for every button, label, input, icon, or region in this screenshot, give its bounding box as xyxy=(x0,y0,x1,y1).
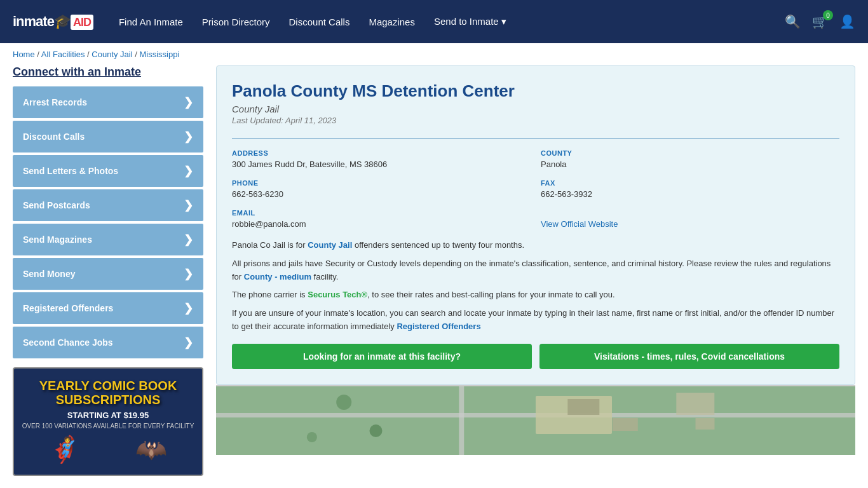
sidebar-label-send-money: Send Money xyxy=(23,269,75,279)
desc-paragraph-1: Panola Co Jail is for County Jail offend… xyxy=(232,239,839,252)
logo[interactable]: inmate🎓AID xyxy=(13,13,93,30)
user-icon[interactable]: 👤 xyxy=(839,14,855,29)
arrow-icon-second-chance-jobs: ❯ xyxy=(184,336,193,349)
email-block: EMAIL robbie@panola.com xyxy=(232,209,531,229)
facility-type: County Jail xyxy=(232,104,839,114)
facility-info-grid: ADDRESS 300 James Rudd Dr, Batesville, M… xyxy=(232,138,839,229)
map-svg xyxy=(216,386,855,455)
nav-prison-directory[interactable]: Prison Directory xyxy=(202,17,270,27)
phone-block: PHONE 662-563-6230 xyxy=(232,179,531,199)
county-medium-link[interactable]: County - medium xyxy=(244,272,311,281)
breadcrumb: Home / All Facilities / County Jail / Mi… xyxy=(0,43,868,65)
sidebar-item-send-magazines[interactable]: Send Magazines ❯ xyxy=(13,224,203,255)
email-label: EMAIL xyxy=(232,209,531,217)
breadcrumb-mississippi[interactable]: Mississippi xyxy=(139,50,179,59)
superman-icon: 🦸 xyxy=(49,435,81,464)
ad-price: STARTING AT $19.95 xyxy=(22,410,194,420)
svg-rect-5 xyxy=(567,399,599,415)
address-value: 300 James Rudd Dr, Batesville, MS 38606 xyxy=(232,159,531,169)
phone-label: PHONE xyxy=(232,179,531,187)
fax-label: FAX xyxy=(541,179,839,187)
sidebar-item-send-postcards[interactable]: Send Postcards ❯ xyxy=(13,189,203,221)
county-jail-link1[interactable]: County Jail xyxy=(308,240,352,250)
email-value: robbie@panola.com xyxy=(232,219,531,229)
arrow-icon-send-letters: ❯ xyxy=(184,164,193,178)
sidebar-item-second-chance-jobs[interactable]: Second Chance Jobs ❯ xyxy=(13,327,203,358)
fax-value: 662-563-3932 xyxy=(541,189,839,199)
breadcrumb-all-facilities[interactable]: All Facilities xyxy=(41,50,85,59)
visitations-button[interactable]: Visitations - times, rules, Covid cancel… xyxy=(539,344,839,369)
cart-icon[interactable]: 🛒 0 xyxy=(812,14,828,29)
sidebar-label-arrest-records: Arrest Records xyxy=(23,97,87,107)
svg-rect-6 xyxy=(613,418,638,431)
breadcrumb-county-jail[interactable]: County Jail xyxy=(92,50,132,59)
nav-magazines[interactable]: Magazines xyxy=(369,17,415,27)
desc-paragraph-3: The phone carrier is Securus Tech®, to s… xyxy=(232,288,839,302)
facility-updated: Last Updated: April 11, 2023 xyxy=(232,116,839,125)
arrow-icon-send-magazines: ❯ xyxy=(184,233,193,247)
svg-point-11 xyxy=(307,432,317,442)
arrow-icon-discount-calls: ❯ xyxy=(184,130,193,144)
sidebar-menu: Arrest Records ❯ Discount Calls ❯ Send L… xyxy=(13,86,203,358)
facility-card: Panola County MS Detention Center County… xyxy=(216,65,855,385)
facility-desc: Panola Co Jail is for County Jail offend… xyxy=(232,239,839,334)
nav-send-to-inmate[interactable]: Send to Inmate ▾ xyxy=(434,16,506,27)
facility-name: Panola County MS Detention Center xyxy=(232,81,839,101)
sidebar-item-send-money[interactable]: Send Money ❯ xyxy=(13,258,203,290)
address-block: ADDRESS 300 James Rudd Dr, Batesville, M… xyxy=(232,149,531,169)
batman-icon: 🦇 xyxy=(135,435,167,464)
securus-link[interactable]: Securus Tech® xyxy=(308,290,367,299)
sidebar: Connect with an Inmate Arrest Records ❯ … xyxy=(13,65,203,476)
find-inmate-button[interactable]: Looking for an inmate at this facility? xyxy=(232,344,532,369)
phone-value: 662-563-6230 xyxy=(232,189,531,199)
county-label: COUNTY xyxy=(541,149,839,157)
main-nav: Find An Inmate Prison Directory Discount… xyxy=(119,16,766,27)
sidebar-ad[interactable]: YEARLY COMIC BOOKSUBSCRIPTIONS STARTING … xyxy=(13,367,203,476)
logo-aid: AID xyxy=(71,15,93,30)
county-value: Panola xyxy=(541,159,839,169)
sidebar-item-arrest-records[interactable]: Arrest Records ❯ xyxy=(13,86,203,118)
sidebar-label-second-chance-jobs: Second Chance Jobs xyxy=(23,337,113,348)
breadcrumb-home[interactable]: Home xyxy=(13,50,35,59)
sidebar-title: Connect with an Inmate xyxy=(13,65,203,79)
sidebar-label-send-letters: Send Letters & Photos xyxy=(23,166,118,176)
desc-paragraph-2: All prisons and jails have Security or C… xyxy=(232,257,839,284)
nav-discount-calls[interactable]: Discount Calls xyxy=(289,17,350,27)
nav-find-inmate[interactable]: Find An Inmate xyxy=(119,17,183,27)
sidebar-item-send-letters[interactable]: Send Letters & Photos ❯ xyxy=(13,155,203,187)
ad-note: OVER 100 VARIATIONS AVAILABLE FOR EVERY … xyxy=(22,423,194,430)
website-block: View Official Website xyxy=(541,209,839,229)
arrow-icon-send-money: ❯ xyxy=(184,267,193,281)
sidebar-label-send-postcards: Send Postcards xyxy=(23,200,90,210)
sidebar-label-registered-offenders: Registered Offenders xyxy=(23,303,113,313)
desc-paragraph-4: If you are unsure of your inmate's locat… xyxy=(232,307,839,334)
address-label: ADDRESS xyxy=(232,149,531,157)
sidebar-label-send-magazines: Send Magazines xyxy=(23,234,92,245)
svg-point-10 xyxy=(370,424,383,437)
sidebar-item-discount-calls[interactable]: Discount Calls ❯ xyxy=(13,121,203,152)
header-icons: 🔍 🛒 0 👤 xyxy=(785,14,855,29)
svg-rect-7 xyxy=(676,393,714,415)
sidebar-item-registered-offenders[interactable]: Registered Offenders ❯ xyxy=(13,292,203,324)
ad-title: YEARLY COMIC BOOKSUBSCRIPTIONS xyxy=(22,379,194,407)
arrow-icon-arrest-records: ❯ xyxy=(184,95,193,109)
site-header: inmate🎓AID Find An Inmate Prison Directo… xyxy=(0,0,868,43)
county-block: COUNTY Panola xyxy=(541,149,839,169)
action-buttons: Looking for an inmate at this facility? … xyxy=(232,344,839,369)
main-layout: Connect with an Inmate Arrest Records ❯ … xyxy=(0,65,868,488)
svg-rect-2 xyxy=(459,386,464,455)
registered-offenders-link[interactable]: Registered Offenders xyxy=(397,322,480,331)
cart-badge: 0 xyxy=(823,10,833,20)
arrow-icon-registered-offenders: ❯ xyxy=(184,301,193,315)
main-content: Panola County MS Detention Center County… xyxy=(216,65,855,476)
sidebar-label-discount-calls: Discount Calls xyxy=(23,132,85,142)
svg-rect-8 xyxy=(696,418,715,430)
arrow-icon-send-postcards: ❯ xyxy=(184,198,193,212)
svg-point-9 xyxy=(336,395,351,410)
logo-text: inmate🎓AID xyxy=(13,13,93,30)
ad-figures: 🦸 🦇 xyxy=(22,435,194,464)
fax-block: FAX 662-563-3932 xyxy=(541,179,839,199)
facility-map xyxy=(216,385,855,455)
search-icon[interactable]: 🔍 xyxy=(785,14,801,29)
website-link[interactable]: View Official Website xyxy=(541,219,618,229)
